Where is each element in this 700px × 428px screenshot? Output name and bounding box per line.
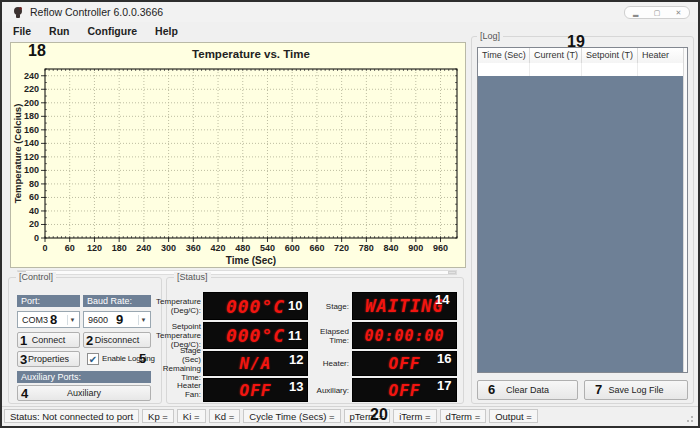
disconnect-button[interactable]: Disconnect: [83, 332, 151, 348]
baud-rate-select-value: 9600: [88, 315, 108, 325]
clear-data-button[interactable]: Clear Data: [477, 380, 578, 400]
svg-text:300: 300: [161, 243, 176, 253]
chart-plot: 0601201802403003604204805406006607207808…: [11, 43, 465, 267]
connect-button[interactable]: Connect: [17, 332, 80, 348]
status-display-temperature-deg-c: 000°C: [203, 292, 308, 320]
status-group-label: [Status]: [174, 272, 211, 282]
statusbar-segment-dterm: dTerm =: [440, 409, 487, 423]
log-column-current-t-[interactable]: Current (T): [530, 48, 582, 63]
port-select[interactable]: COM3 ▼: [17, 311, 80, 328]
log-table-scrollbar-gutter[interactable]: [683, 48, 687, 372]
status-value-heater: OFF: [389, 354, 421, 373]
svg-text:60: 60: [65, 243, 75, 253]
svg-text:420: 420: [211, 243, 226, 253]
menu-item-configure[interactable]: Configure: [79, 22, 147, 40]
save-log-file-button[interactable]: Save Log File: [584, 380, 688, 400]
status-label-stage: Stage:: [311, 292, 349, 320]
properties-button[interactable]: Properties: [17, 351, 80, 367]
statusbar-segment-output: Output =: [489, 409, 538, 423]
log-group-label: [Log]: [477, 31, 503, 41]
minimize-button[interactable]: ▂: [625, 7, 646, 18]
svg-text:0: 0: [42, 243, 47, 253]
app-window: Reflow Controller 6.0.0.3666 ▂▢✕ FileRun…: [0, 0, 700, 428]
port-label: Port:: [17, 295, 80, 307]
auxiliary-button[interactable]: Auxiliary: [17, 385, 151, 401]
log-table-empty-row: [478, 63, 687, 76]
menu-item-run[interactable]: Run: [40, 22, 78, 40]
status-value-auxiliary: OFF: [389, 381, 421, 400]
temperature-chart: 0601201802403003604204805406006607207808…: [10, 42, 466, 268]
svg-text:60: 60: [29, 192, 39, 202]
svg-text:480: 480: [235, 243, 250, 253]
status-display-stage-sec-remaining-time: N/A: [203, 351, 308, 376]
log-column-time-sec-[interactable]: Time (Sec): [478, 48, 530, 63]
svg-text:100: 100: [24, 165, 39, 175]
status-label-elapsed-time: Elapsed Time:: [311, 322, 349, 349]
status-display-heater: OFF: [352, 351, 457, 376]
close-button[interactable]: ✕: [668, 7, 689, 18]
svg-text:120: 120: [24, 152, 39, 162]
resize-grip[interactable]: [684, 413, 693, 422]
status-bar: Status: Not connected to portKp =Ki =Kd …: [2, 406, 698, 426]
menu-item-file[interactable]: File: [4, 22, 40, 40]
baud-rate-label: Baud Rate:: [83, 295, 151, 307]
baud-rate-select[interactable]: 9600 ▼: [83, 311, 151, 328]
status-label-temperature-deg-c: Temperature (Deg/C):: [162, 292, 201, 320]
svg-text:240: 240: [136, 243, 151, 253]
title-bar[interactable]: Reflow Controller 6.0.0.3666 ▂▢✕: [2, 2, 698, 22]
status-bar-segments: Status: Not connected to portKp =Ki =Kd …: [4, 409, 538, 423]
log-empty-cell: [530, 63, 582, 76]
app-icon: [12, 6, 24, 19]
statusbar-segment-iterm: iTerm =: [393, 409, 436, 423]
status-display-setpoint-temperature-deg-c: 000°C: [203, 322, 308, 349]
statusbar-segment-kd: Kd =: [209, 409, 241, 423]
maximize-button[interactable]: ▢: [646, 7, 667, 18]
port-select-value: COM3: [22, 315, 48, 325]
svg-text:600: 600: [285, 243, 300, 253]
window-title: Reflow Controller 6.0.0.3666: [30, 2, 163, 22]
svg-text:360: 360: [186, 243, 201, 253]
log-table-header: Time (Sec)Current (T)Setpoint (T)Heater: [478, 48, 687, 63]
status-label-auxiliary: Auxiliary:: [311, 378, 349, 402]
svg-text:180: 180: [24, 111, 39, 121]
log-empty-cell: [478, 63, 530, 76]
statusbar-segment-pterm: pTerm =: [344, 409, 391, 423]
statusbar-segment-status-not-connected-to-port: Status: Not connected to port: [4, 409, 139, 423]
svg-text:Time (Sec): Time (Sec): [226, 255, 276, 266]
chevron-down-icon[interactable]: ▼: [138, 315, 148, 325]
svg-text:900: 900: [408, 243, 423, 253]
chart-horizontal-scrollbar[interactable]: [17, 270, 457, 275]
status-label-heater-fan: Heater Fan:: [162, 378, 201, 402]
svg-text:240: 240: [24, 71, 39, 81]
svg-text:80: 80: [29, 179, 39, 189]
enable-logging-checkbox[interactable]: ✔: [87, 353, 99, 365]
window-controls: ▂▢✕: [624, 6, 690, 19]
svg-text:0: 0: [34, 233, 39, 243]
status-value-temperature-deg-c: 000°C: [226, 296, 285, 317]
svg-text:200: 200: [24, 98, 39, 108]
svg-text:840: 840: [384, 243, 399, 253]
log-empty-cell: [582, 63, 638, 76]
status-label-heater: Heater:: [311, 351, 349, 376]
scrollbar-right-thumb[interactable]: [448, 271, 456, 274]
svg-text:Temperature (Celcius): Temperature (Celcius): [12, 104, 23, 204]
svg-text:180: 180: [112, 243, 127, 253]
svg-text:Temperature vs. Time: Temperature vs. Time: [192, 48, 310, 60]
enable-logging-label[interactable]: Enable Logging: [102, 353, 155, 365]
statusbar-segment-cycle-time-secs: Cycle Time (Secs) =: [243, 409, 340, 423]
status-value-elapsed-time: 00:00:00: [364, 327, 444, 345]
status-display-stage: WAITING: [352, 292, 457, 320]
log-column-heater[interactable]: Heater: [638, 48, 685, 63]
auxiliary-ports-label: Auxiliary Ports:: [17, 371, 151, 383]
statusbar-segment-ki: Ki =: [177, 409, 206, 423]
log-table[interactable]: Time (Sec)Current (T)Setpoint (T)Heater: [477, 47, 688, 373]
svg-text:960: 960: [433, 243, 448, 253]
chevron-down-icon[interactable]: ▼: [67, 315, 77, 325]
status-value-stage: WAITING: [365, 296, 444, 316]
menu-item-help[interactable]: Help: [146, 22, 187, 40]
status-display-auxiliary: OFF: [352, 378, 457, 402]
svg-text:660: 660: [309, 243, 324, 253]
status-display-heater-fan: OFF: [203, 378, 308, 402]
status-value-heater-fan: OFF: [240, 381, 272, 400]
log-column-setpoint-t-[interactable]: Setpoint (T): [582, 48, 638, 63]
